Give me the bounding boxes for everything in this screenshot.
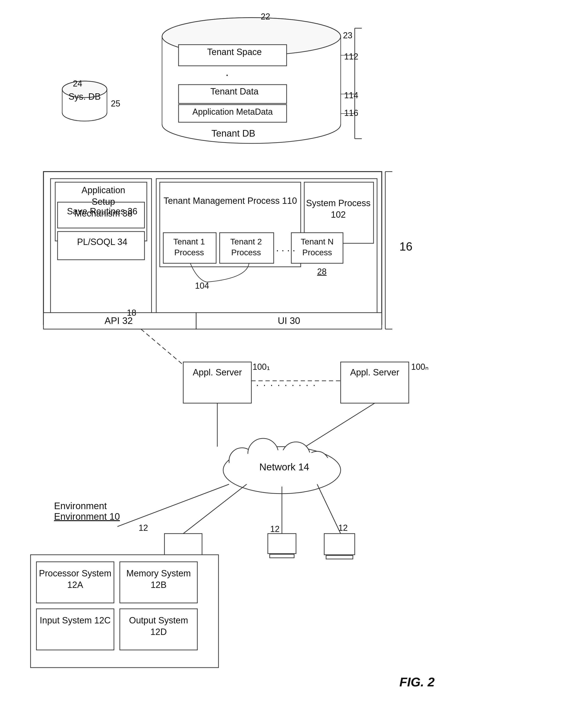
client-12-label-mid: 12 (270, 524, 280, 534)
tenant1-label: Tenant 1 Process (165, 236, 214, 258)
server-box-number: 16 (399, 240, 412, 253)
appl-server-n-number: 100ₙ (411, 362, 428, 372)
svg-line-50 (183, 484, 247, 534)
tenant-db-dots: · (226, 68, 229, 81)
tenant-data-label: Tenant Data (185, 87, 284, 97)
tenant-db-label: Tenant DB (212, 128, 256, 139)
network-label: Network 14 (249, 461, 319, 474)
tenant2-label: Tenant 2 Process (221, 236, 272, 258)
svg-rect-53 (165, 534, 202, 559)
tenant-data-number: 114 (344, 91, 358, 100)
svg-rect-57 (324, 534, 355, 555)
tenant-db-number: 22 (261, 12, 270, 22)
environment-label: EnvironmentEnvironment 10 (54, 501, 120, 522)
svg-line-59 (118, 484, 229, 527)
client-12-label-left: 12 (139, 523, 148, 533)
tenant-n-label: Tenant N Process (292, 236, 342, 258)
input-label: Input System 12C (39, 615, 112, 626)
appl-server1-label: Appl. Server (186, 367, 249, 378)
svg-line-43 (305, 403, 375, 447)
sys-db-label: Sys. DB (66, 92, 103, 102)
tenant-space-number: 112 (344, 52, 358, 62)
app-metadata-label: Application MetaData (181, 107, 284, 117)
fig-label: FIG. 2 (399, 675, 435, 689)
sys-db-number1: 24 (73, 79, 82, 89)
output-label: Output System 12D (122, 615, 195, 638)
svg-rect-55 (268, 534, 296, 554)
svg-rect-56 (270, 554, 294, 558)
ui-label: UI 30 (199, 315, 379, 326)
memory-label: Memory System 12B (122, 568, 195, 591)
svg-rect-58 (326, 555, 353, 559)
processor-label: Processor System 12A (39, 568, 112, 591)
ref-104: 104 (195, 281, 209, 291)
api-label: API 32 (46, 315, 192, 326)
servers-dots: · · · · · · · · · (256, 380, 316, 390)
app-metadata-number: 116 (344, 108, 358, 118)
system-process-label: System Process 102 (305, 197, 371, 221)
diagram: 22 23 Tenant Space 112 · Tenant Data 114… (0, 0, 565, 728)
appl-server1-number: 100₁ (253, 362, 270, 372)
tenant-mgmt-label: Tenant Management Process 110 (162, 195, 298, 207)
pl-soql-label: PL/SOQL 34 (60, 236, 145, 248)
appl-server-n-label: Appl. Server (343, 367, 406, 378)
environment-number: Environment 10 (54, 511, 120, 522)
sys-db-number2: 25 (111, 99, 120, 109)
svg-point-18 (62, 105, 107, 121)
tenant-n-number: 28 (317, 267, 326, 277)
tenant-db-connector-number: 23 (343, 31, 352, 40)
save-routines-label: Save Routines 36 (60, 206, 145, 217)
svg-line-52 (317, 484, 341, 534)
client-12-label-right: 12 (338, 523, 348, 533)
svg-rect-54 (167, 561, 200, 565)
tenant-space-label: Tenant Space (185, 47, 284, 57)
